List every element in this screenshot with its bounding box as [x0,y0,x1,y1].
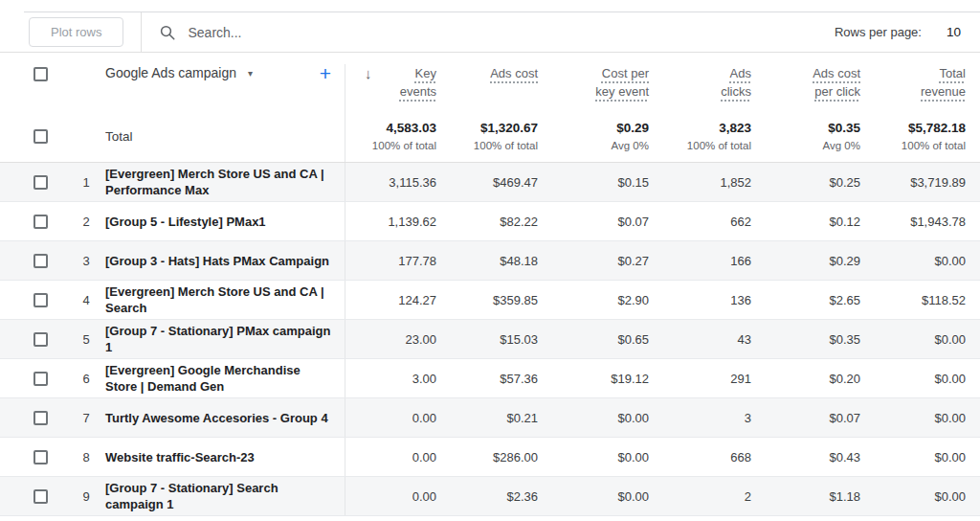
cell-cost-per-key-event: $0.00 [538,411,649,425]
cell-ads-cost: $48.18 [436,254,538,268]
row-checkbox[interactable] [33,450,48,464]
row-checkbox-cell [29,411,67,425]
chevron-down-icon: ▾ [248,68,253,79]
campaign-name: [Group 5 - Lifestyle] PMax1 [105,214,345,230]
cell-key-events: 0.00 [345,438,436,476]
cell-key-events: 3.00 [345,359,436,397]
cell-ads-cost: $15.03 [436,332,538,347]
cell-ads-cost-per-click: $1.18 [751,489,860,504]
total-ads-cost: $1,320.67 100% of total [436,121,538,151]
total-checkbox-cell [29,129,67,144]
cell-cost-per-key-event: $0.07 [538,215,649,229]
column-header-total-revenue[interactable]: Total revenue [860,64,966,101]
cell-cost-per-key-event: $0.65 [538,332,649,347]
campaign-name: [Group 7 - Stationary] PMax campaign 1 [105,323,345,355]
row-checkbox[interactable] [33,293,48,307]
table-row: 6 [Evergreen] Google Merchandise Store |… [0,359,980,398]
plot-rows-button[interactable]: Plot rows [29,17,123,47]
column-header-ads-cost-per-click[interactable]: Ads cost per click [751,64,860,101]
table-row: 7 Turtly Awesome Accesories - Group 4 0.… [0,398,980,438]
cell-key-events: 23.00 [345,320,436,358]
row-checkbox[interactable] [33,254,48,268]
rows-per-page-select[interactable]: 10 [947,25,961,39]
campaign-name: [Group 3 - Hats] Hats PMax Campaign [105,253,345,269]
cell-ads-clicks: 291 [649,372,751,386]
cell-ads-cost-per-click: $0.25 [751,175,860,190]
rows-per-page: Rows per page: 10 [835,25,980,39]
column-header-cost-per-key-event[interactable]: Cost per key event [538,64,649,101]
cell-ads-clicks: 3 [649,411,751,425]
row-checkbox[interactable] [33,411,48,425]
cell-value: 23.00 [405,332,436,347]
cell-value: 3,115.36 [389,175,436,190]
search-input[interactable] [186,24,473,41]
cell-total-revenue: $0.00 [860,254,966,268]
row-index: 6 [67,372,105,386]
cell-value: 0.00 [412,489,436,504]
cell-value: 124.27 [398,293,436,307]
row-checkbox-cell [29,372,67,386]
cell-ads-cost: $286.00 [436,450,538,464]
cell-cost-per-key-event: $0.15 [538,175,649,190]
table-toolbar: Plot rows Rows per page: 10 [0,12,980,53]
cell-ads-cost-per-click: $0.07 [751,411,860,425]
column-header-ads-clicks[interactable]: Ads clicks [649,64,751,101]
campaign-name: Turtly Awesome Accesories - Group 4 [105,410,345,426]
cell-total-revenue: $1,943.78 [860,215,966,229]
row-checkbox[interactable] [33,372,48,386]
table-row: 9 [Group 7 - Stationary] Search campaign… [0,477,980,516]
total-subtext: 100% of total [649,140,751,151]
header-checkbox-cell [29,64,67,81]
cell-ads-clicks: 1,852 [649,175,751,190]
row-checkbox-cell [29,332,67,347]
sort-descending-icon: ↓ [365,64,372,82]
table-row: 3 [Group 3 - Hats] Hats PMax Campaign 17… [0,241,980,281]
cell-ads-cost-per-click: $2.65 [751,293,860,307]
select-all-checkbox[interactable] [33,67,48,81]
row-index: 8 [67,450,105,464]
row-checkbox[interactable] [33,175,48,190]
row-checkbox[interactable] [33,489,48,504]
row-checkbox-cell [29,175,67,190]
cell-ads-cost-per-click: $0.12 [751,215,860,229]
total-total-revenue: $5,782.18 100% of total [860,121,966,151]
campaign-name: [Evergreen] Google Merchandise Store | D… [105,362,345,395]
column-header-label: Key events [400,66,436,99]
cell-ads-cost: $57.36 [436,372,538,386]
cell-ads-cost: $0.21 [436,411,538,425]
total-ads-cost-per-click: $0.35 Avg 0% [751,121,860,151]
total-cost-per-key-event: $0.29 Avg 0% [538,121,649,151]
table-row: 2 [Group 5 - Lifestyle] PMax1 1,139.62 $… [0,202,980,241]
cell-total-revenue: $0.00 [860,489,966,504]
cell-total-revenue: $0.00 [860,450,966,464]
cell-value: 1,139.62 [388,215,436,229]
row-checkbox[interactable] [33,215,48,229]
row-checkbox-cell [29,450,67,464]
column-header-label: Ads cost per click [813,66,860,99]
dimension-label: Google Ads campaign [105,65,236,80]
row-index: 9 [67,489,105,504]
cell-ads-clicks: 668 [649,450,751,464]
cell-ads-clicks: 43 [649,332,751,347]
search-bar[interactable] [159,24,834,41]
cell-ads-cost-per-click: $0.43 [751,450,860,464]
cell-ads-cost: $359.85 [436,293,538,307]
add-column-button[interactable]: + [320,64,331,83]
cell-ads-clicks: 662 [649,215,751,229]
search-icon [159,24,176,41]
row-index: 3 [67,254,105,268]
total-label: Total [105,129,345,144]
total-row-checkbox[interactable] [33,129,48,144]
column-header-key-events[interactable]: ↓ Key events [345,64,436,110]
row-index: 2 [67,215,105,229]
column-header-label: Cost per key event [595,66,649,99]
cell-ads-cost-per-click: $0.20 [751,372,860,386]
dimension-selector[interactable]: Google Ads campaign ▾ [105,65,253,80]
rows-per-page-label: Rows per page: [835,25,922,39]
column-header-ads-cost[interactable]: Ads cost [436,64,538,82]
campaign-name: [Evergreen] Merch Store US and CA | Sear… [105,283,345,316]
cell-value: 3.00 [412,372,436,386]
row-checkbox[interactable] [33,332,48,347]
total-subtext: 100% of total [860,140,966,151]
total-subtext: Avg 0% [538,140,649,151]
